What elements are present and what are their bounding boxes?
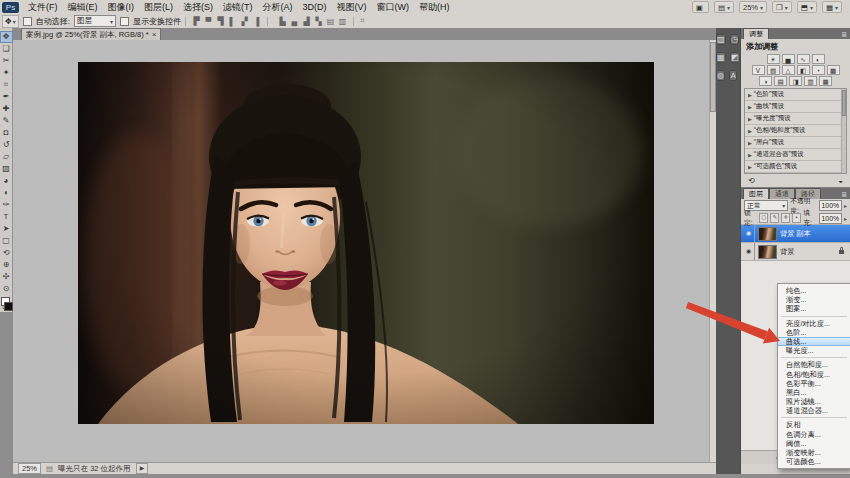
align-icon-6[interactable]: ▐ bbox=[252, 17, 261, 26]
menu-item-pattern[interactable]: 图案... bbox=[778, 304, 850, 313]
curves-presets-row[interactable]: ▶ “曲线”预设 bbox=[745, 101, 846, 113]
zoom-tool[interactable]: ⊙ bbox=[0, 283, 13, 295]
rotate-3d-tool[interactable]: ⟲ bbox=[0, 247, 13, 259]
dock-panel-icon-5[interactable]: ◍ bbox=[716, 70, 725, 81]
hand-tool[interactable]: ✣ bbox=[0, 271, 13, 283]
menu-select[interactable]: 选择(S) bbox=[178, 1, 218, 14]
crop-tool[interactable]: ⌗ bbox=[0, 79, 13, 91]
menu-filter[interactable]: 滤镜(T) bbox=[218, 1, 258, 14]
eraser-tool[interactable]: ▱ bbox=[0, 151, 13, 163]
tab-layers[interactable]: 图层 bbox=[743, 188, 769, 199]
curves-icon[interactable]: ∿ bbox=[797, 54, 810, 64]
invert-icon[interactable]: ◑ bbox=[759, 76, 772, 86]
menu-3d[interactable]: 3D(D) bbox=[298, 2, 332, 12]
lock-transparency-icon[interactable]: ◻ bbox=[759, 213, 768, 223]
menu-item-gradient[interactable]: 渐变... bbox=[778, 295, 850, 304]
workspace-button[interactable]: ▦ ▾ bbox=[822, 1, 842, 13]
arrange-documents-button[interactable]: ❐ ▾ bbox=[772, 1, 792, 13]
menu-image[interactable]: 图像(I) bbox=[103, 1, 140, 14]
marquee-tool[interactable]: ❏ bbox=[0, 43, 13, 55]
menu-item-color-balance[interactable]: 色彩平衡... bbox=[778, 379, 850, 388]
lasso-tool[interactable]: ✂ bbox=[0, 55, 13, 67]
dock-panel-icon-1[interactable]: ▧ bbox=[716, 34, 726, 45]
menu-item-photo-filter[interactable]: 照片滤镜... bbox=[778, 397, 850, 406]
gradient-map-icon[interactable]: ▥ bbox=[804, 76, 817, 86]
background-color-swatch[interactable] bbox=[4, 302, 13, 311]
status-zoom-field[interactable]: 25% bbox=[18, 463, 41, 474]
healing-brush-tool[interactable]: ✚ bbox=[0, 103, 13, 115]
opacity-field[interactable]: 100% bbox=[819, 200, 842, 211]
canvas-area[interactable] bbox=[13, 40, 709, 462]
levels-presets-row[interactable]: ▶ “色阶”预设 bbox=[745, 89, 846, 101]
menu-analysis[interactable]: 分析(A) bbox=[258, 1, 298, 14]
lock-all-icon[interactable]: ▪ bbox=[792, 213, 801, 223]
lock-position-icon[interactable]: ✛ bbox=[781, 213, 790, 223]
hue-saturation-icon[interactable]: ▧ bbox=[767, 65, 780, 75]
tool-preset-picker[interactable]: ✥ ▾ bbox=[2, 15, 19, 28]
layer-thumbnail[interactable] bbox=[758, 227, 777, 241]
distribute-icon-5[interactable]: ▤ bbox=[326, 17, 335, 26]
distribute-icon-6[interactable]: ▥ bbox=[338, 17, 347, 26]
menu-item-threshold[interactable]: 阈值... bbox=[778, 439, 850, 448]
history-brush-tool[interactable]: ↺ bbox=[0, 139, 13, 151]
align-icon-4[interactable]: ▌ bbox=[228, 17, 237, 26]
lock-pixels-icon[interactable]: ✎ bbox=[770, 213, 779, 223]
exposure-icon[interactable]: ◐ bbox=[812, 54, 825, 64]
status-options-button[interactable]: ▶ bbox=[136, 463, 149, 474]
layer-thumbnail[interactable] bbox=[758, 245, 777, 259]
menu-item-exposure[interactable]: 曝光度... bbox=[778, 346, 850, 355]
posterize-icon[interactable]: ▤ bbox=[774, 76, 787, 86]
type-tool[interactable]: T bbox=[0, 211, 13, 223]
distribute-icon-2[interactable]: ▄ bbox=[290, 17, 299, 26]
auto-align-icon[interactable]: ⌗ bbox=[358, 16, 367, 26]
distribute-icon-3[interactable]: ▟ bbox=[302, 17, 311, 26]
distribute-icon-4[interactable]: ▚ bbox=[314, 17, 323, 26]
align-icon-1[interactable]: ▛ bbox=[192, 17, 201, 26]
menu-item-channel-mixer[interactable]: 通道混合器... bbox=[778, 406, 850, 415]
visibility-eye-icon[interactable]: ◉ bbox=[743, 225, 755, 242]
document-tab[interactable]: 案例.jpg @ 25%(背景 副本, RGB/8) * × bbox=[21, 28, 161, 40]
auto-select-dropdown[interactable]: 图层 ▾ bbox=[74, 15, 116, 27]
color-swatches[interactable] bbox=[0, 297, 13, 300]
dock-panel-icon-4[interactable]: ◩ bbox=[730, 52, 740, 63]
presets-scrollbar[interactable] bbox=[841, 89, 846, 173]
menu-item-curves[interactable]: 曲线... bbox=[778, 337, 850, 346]
black-white-icon[interactable]: ◧ bbox=[797, 65, 810, 75]
panel-menu-icon[interactable]: ≣ bbox=[841, 31, 850, 39]
eyedropper-tool[interactable]: ✒ bbox=[0, 91, 13, 103]
pen-tool[interactable]: ✑ bbox=[0, 199, 13, 211]
vertical-scrollbar[interactable] bbox=[709, 40, 716, 462]
clone-stamp-tool[interactable]: ◘ bbox=[0, 127, 13, 139]
show-transform-checkbox[interactable] bbox=[120, 17, 129, 26]
menu-view[interactable]: 视图(V) bbox=[332, 1, 372, 14]
path-selection-tool[interactable]: ➤ bbox=[0, 223, 13, 235]
presets-scrollbar-thumb[interactable] bbox=[842, 90, 846, 116]
selective-color-icon[interactable]: ▦ bbox=[819, 76, 832, 86]
menu-item-invert[interactable]: 反相 bbox=[778, 420, 850, 429]
hue-saturation-presets-row[interactable]: ▶ “色相/饱和度”预设 bbox=[745, 125, 846, 137]
fill-slider-icon[interactable]: ▸ bbox=[844, 215, 847, 222]
vibrance-icon[interactable]: V bbox=[752, 65, 765, 75]
layer-row-background[interactable]: ◉ 背景 bbox=[741, 243, 850, 261]
dock-panel-icon-2[interactable]: ◷ bbox=[730, 34, 739, 45]
menu-window[interactable]: 窗口(W) bbox=[372, 1, 415, 14]
orbit-3d-tool[interactable]: ⊕ bbox=[0, 259, 13, 271]
align-icon-3[interactable]: ▜ bbox=[216, 17, 225, 26]
fill-field[interactable]: 100% bbox=[819, 213, 842, 224]
menu-item-levels[interactable]: 色阶... bbox=[778, 328, 850, 337]
screen-mode-button[interactable]: ⬒ ▾ bbox=[797, 1, 817, 13]
menu-item-brightness-contrast[interactable]: 亮度/对比度... bbox=[778, 319, 850, 328]
align-icon-2[interactable]: ▀ bbox=[204, 17, 213, 26]
switch-panel-view-icon[interactable]: ⟲ bbox=[748, 176, 755, 185]
tab-adjustments[interactable]: 调整 bbox=[743, 28, 769, 39]
menu-help[interactable]: 帮助(H) bbox=[414, 1, 455, 14]
view-extras-button[interactable]: ▤ ▾ bbox=[714, 1, 734, 13]
photo-filter-icon[interactable]: ◔ bbox=[812, 65, 825, 75]
exposure-presets-row[interactable]: ▶ “曝光度”预设 bbox=[745, 113, 846, 125]
channel-mixer-presets-row[interactable]: ▶ “通道混合器”预设 bbox=[745, 149, 846, 161]
distribute-icon-1[interactable]: ▙ bbox=[278, 17, 287, 26]
visibility-eye-icon[interactable]: ◉ bbox=[743, 243, 755, 260]
menu-layer[interactable]: 图层(L) bbox=[139, 1, 178, 14]
selective-color-presets-row[interactable]: ▶ “可选颜色”预设 bbox=[745, 161, 846, 173]
brush-tool[interactable]: ✎ bbox=[0, 115, 13, 127]
